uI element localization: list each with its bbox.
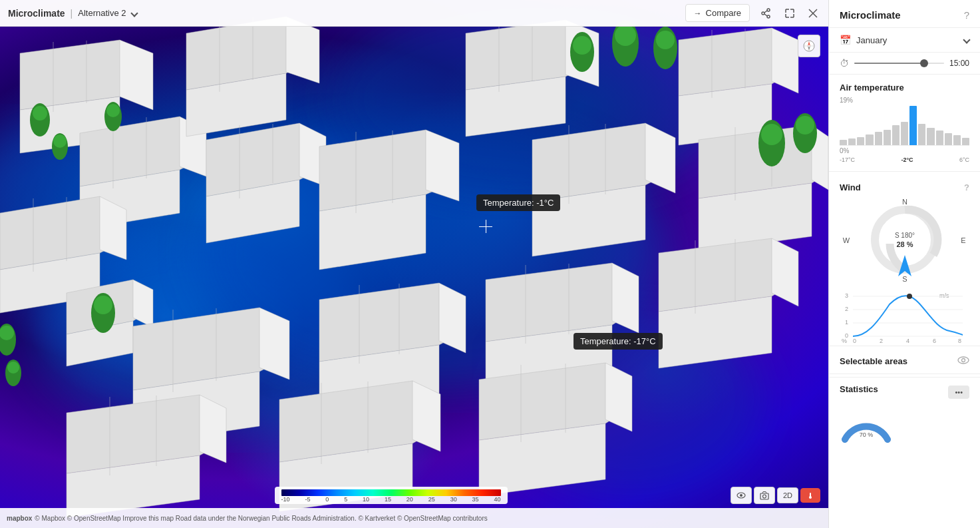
time-value: 15:00 xyxy=(949,59,969,68)
selectable-areas-header: Selectable areas xyxy=(829,349,980,371)
sidebar-help-icon[interactable]: ? xyxy=(964,9,969,21)
svg-point-117 xyxy=(767,15,770,18)
close-icon xyxy=(808,9,818,18)
calendar-icon: 📅 xyxy=(840,35,851,45)
map-area[interactable]: Microclimate | Alternative 2 → Compare xyxy=(0,0,828,528)
svg-point-94 xyxy=(573,36,591,55)
svg-marker-7 xyxy=(120,40,153,110)
wind-x-8: 8 xyxy=(958,338,961,344)
sidebar: Microclimate ? 📅 January ⏱ 15:00 Air tem… xyxy=(828,0,980,528)
legend-tick-8: 30 xyxy=(450,496,457,503)
legend-tick-7: 25 xyxy=(428,496,435,503)
bar-12 xyxy=(936,131,943,146)
time-selector[interactable]: ⏱ 15:00 xyxy=(829,53,980,75)
wind-unit: m/s xyxy=(939,292,949,299)
map-cursor xyxy=(479,220,492,233)
mapbox-logo: mapbox xyxy=(7,515,32,522)
color-legend: -10 -5 0 5 10 15 20 25 30 35 40 xyxy=(275,487,508,504)
legend-tick-4: 10 xyxy=(363,496,369,503)
wind-y-1: 1 xyxy=(845,319,848,326)
legend-tick-labels: -10 -5 0 5 10 15 20 25 30 35 40 xyxy=(281,496,501,503)
chart-percent-top: 19% xyxy=(840,97,853,104)
compare-arrow-icon: → xyxy=(694,9,702,18)
wind-section: N E S W S 180° 28 % xyxy=(829,196,980,291)
buildings-layer xyxy=(0,0,828,528)
air-temp-chart: 19% 0% -17°C -2°C 6°C xyxy=(829,97,980,168)
compass-button[interactable] xyxy=(798,35,820,57)
more-button[interactable]: ••• xyxy=(948,386,969,399)
svg-rect-131 xyxy=(810,493,811,497)
view-3d-button[interactable] xyxy=(800,488,820,503)
compass-icon xyxy=(803,40,815,52)
svg-point-138 xyxy=(962,359,965,362)
legend-tick-1: -5 xyxy=(305,496,310,503)
bar-10 xyxy=(918,124,925,146)
svg-point-110 xyxy=(94,296,112,314)
legend-tick-5: 15 xyxy=(385,496,391,503)
wind-help-icon[interactable]: ? xyxy=(964,182,969,192)
wind-header: Wind ? xyxy=(829,174,980,196)
legend-tick-2: 0 xyxy=(325,496,329,503)
alternative-label: Alternative 2 xyxy=(78,8,126,18)
legend-tick-0: -10 xyxy=(281,496,290,503)
compare-button[interactable]: → Compare xyxy=(685,4,750,22)
wind-peak-dot xyxy=(907,294,912,299)
legend-tick-10: 40 xyxy=(494,496,500,503)
svg-point-100 xyxy=(761,124,782,145)
svg-point-137 xyxy=(958,357,969,364)
sidebar-title: Microclimate xyxy=(840,9,901,21)
camera-tool-button[interactable] xyxy=(754,487,775,504)
statistics-title: Statistics xyxy=(840,384,878,394)
title-separator: | xyxy=(71,8,73,19)
visibility-icon xyxy=(957,356,969,365)
share-button[interactable] xyxy=(758,5,774,21)
divider-3 xyxy=(829,374,980,374)
temp-current-label: -2°C xyxy=(901,156,913,163)
share-icon xyxy=(760,8,771,19)
time-slider-thumb[interactable] xyxy=(920,59,928,67)
month-selector[interactable]: 📅 January xyxy=(829,28,980,53)
building-15 xyxy=(659,238,798,368)
svg-point-104 xyxy=(33,106,47,121)
bottom-tools[interactable]: 2D xyxy=(731,487,820,504)
temp-max-label: 6°C xyxy=(959,156,969,163)
west-label: W xyxy=(843,236,850,244)
wind-chart-svg: 3 2 1 0 m/s 0 2 4 6 8 xyxy=(840,291,970,344)
svg-line-118 xyxy=(764,11,767,13)
svg-marker-75 xyxy=(772,238,798,306)
svg-point-127 xyxy=(740,494,742,497)
svg-marker-50 xyxy=(772,28,798,93)
building-5 xyxy=(186,17,319,136)
svg-marker-25 xyxy=(286,17,319,83)
air-temp-label: Air temperature xyxy=(840,83,904,93)
temp-min-label: -17°C xyxy=(840,156,855,163)
wind-y-3: 3 xyxy=(845,292,848,299)
legend-tick-3: 5 xyxy=(344,496,347,503)
chart-x-labels: -17°C -2°C 6°C xyxy=(840,156,969,163)
map-controls[interactable] xyxy=(798,35,820,57)
alternative-dropdown[interactable]: Alternative 2 xyxy=(78,8,136,18)
eye-tool-button[interactable] xyxy=(731,487,752,504)
svg-point-98 xyxy=(656,31,675,49)
svg-line-119 xyxy=(764,14,767,16)
view-2d-button[interactable]: 2D xyxy=(777,487,798,503)
close-button[interactable] xyxy=(806,6,820,21)
legend-gradient-bar xyxy=(281,489,501,496)
eye-toggle-icon[interactable] xyxy=(957,356,969,367)
percent-bottom: 0% xyxy=(840,147,849,154)
legend-tick-6: 20 xyxy=(407,496,413,503)
expand-button[interactable] xyxy=(782,5,798,21)
east-label: E xyxy=(961,236,965,244)
compare-label: Compare xyxy=(706,8,741,18)
time-slider[interactable] xyxy=(854,63,944,64)
wind-x-2: 2 xyxy=(880,338,883,344)
svg-point-114 xyxy=(7,362,19,374)
bar-7 xyxy=(892,125,899,146)
month-value: January xyxy=(856,35,887,45)
chevron-down-icon xyxy=(130,9,138,17)
map-attribution-bar: mapbox © Mapbox © OpenStreetMap Improve … xyxy=(0,508,828,528)
sidebar-header: Microclimate ? xyxy=(829,0,980,28)
bar-9-highlight xyxy=(909,106,917,146)
wind-compass-svg: N E S W S 180° 28 % xyxy=(840,196,970,283)
month-dropdown[interactable]: January xyxy=(856,35,969,45)
